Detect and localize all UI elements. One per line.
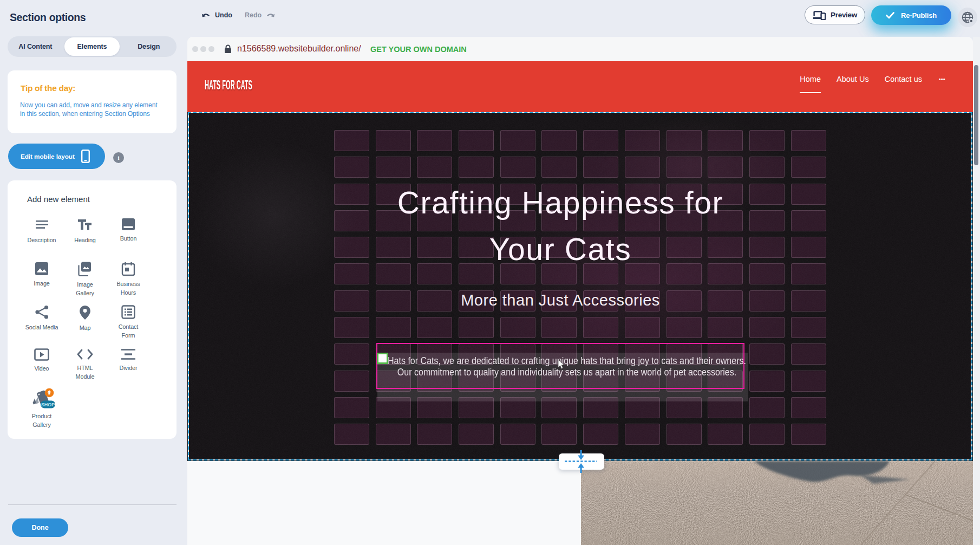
svg-text:SHOP: SHOP [41, 402, 55, 407]
